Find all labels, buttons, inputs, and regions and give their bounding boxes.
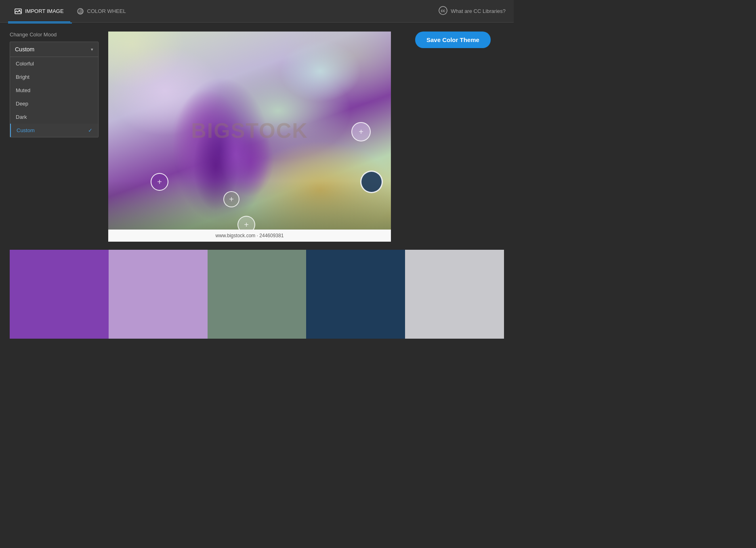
chevron-down-icon: ▾	[91, 47, 93, 52]
color-wheel-icon	[77, 8, 84, 15]
left-panel: Change Color Mood Custom ▾ Colorful Brig…	[10, 32, 99, 137]
dropdown-item-deep[interactable]: Deep	[10, 97, 98, 110]
svg-point-1	[19, 10, 21, 11]
image-area: BIGSTOCK + + + + www.bigstock.com · 2446…	[108, 32, 405, 242]
cc-libraries-link[interactable]: cc What are CC Libraries?	[439, 6, 506, 16]
dropdown-item-muted[interactable]: Muted	[10, 84, 98, 97]
tab-import-image-label: IMPORT IMAGE	[25, 8, 64, 14]
save-color-theme-button[interactable]: Save Color Theme	[415, 32, 491, 48]
dropdown-item-colorful[interactable]: Colorful	[10, 57, 98, 70]
cc-icon: cc	[439, 6, 447, 16]
color-picker-circle-5[interactable]	[360, 171, 383, 193]
check-icon: ✓	[88, 127, 92, 133]
palette-swatch-lavender[interactable]	[109, 250, 208, 339]
palette-swatch-purple[interactable]	[10, 250, 109, 339]
dropdown-list: Colorful Bright Muted Deep Dark	[10, 57, 98, 137]
right-panel: Save Color Theme	[415, 32, 504, 48]
dropdown-item-bright[interactable]: Bright	[10, 70, 98, 84]
image-container: BIGSTOCK + + + +	[108, 32, 391, 230]
palette-swatch-dark-blue[interactable]	[306, 250, 405, 339]
color-mood-dropdown[interactable]: Custom ▾ Colorful Bright Muted Deep	[10, 42, 99, 137]
top-section: Change Color Mood Custom ▾ Colorful Brig…	[10, 32, 504, 242]
tab-color-wheel-label: COLOR WHEEL	[87, 8, 126, 14]
top-navigation: IMPORT IMAGE COLOR WHEEL cc What are CC …	[0, 0, 514, 23]
change-color-mood-label: Change Color Mood	[10, 32, 99, 38]
palette-swatch-light-gray[interactable]	[405, 250, 504, 339]
image-footer: www.bigstock.com · 244609381	[108, 230, 391, 242]
tab-color-wheel[interactable]: COLOR WHEEL	[70, 0, 132, 22]
dropdown-item-dark[interactable]: Dark	[10, 110, 98, 124]
cc-libraries-label: What are CC Libraries?	[451, 8, 506, 14]
main-content: Change Color Mood Custom ▾ Colorful Brig…	[0, 23, 514, 347]
dropdown-header[interactable]: Custom ▾	[10, 42, 98, 57]
tab-import-image[interactable]: IMPORT IMAGE	[8, 0, 70, 22]
color-picker-circle-3[interactable]: +	[351, 122, 371, 141]
import-image-icon	[15, 8, 22, 15]
color-palette	[10, 250, 504, 339]
dropdown-item-custom-selected[interactable]: Custom ✓	[10, 124, 98, 137]
svg-text:cc: cc	[441, 8, 446, 13]
color-picker-circle-2[interactable]: +	[223, 191, 239, 207]
palette-swatch-sage[interactable]	[208, 250, 307, 339]
color-picker-circle-1[interactable]: +	[151, 173, 168, 191]
dropdown-selected-value: Custom	[15, 46, 34, 53]
